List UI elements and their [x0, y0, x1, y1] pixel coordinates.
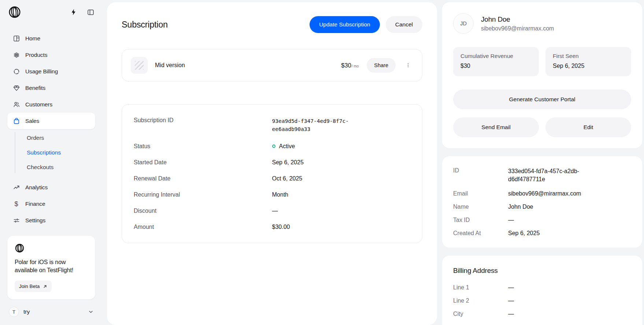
- billing-address-card: Billing Address Line 1 — Line 2 — City —: [442, 256, 642, 325]
- customer-details-card: ID 333ed054-fd7a-457c-a2db-d6df4787711e …: [442, 156, 642, 248]
- join-beta-button[interactable]: Join Beta: [15, 281, 52, 292]
- sidebar-item-label: Benefits: [25, 85, 45, 91]
- billing-row: City —: [453, 311, 631, 317]
- sales-subnav: Orders Subscriptions Checkouts: [7, 131, 95, 175]
- stat-tile-cumulative-revenue: Cumulative Revenue $30: [453, 47, 539, 76]
- sidebar-item-label: Customers: [25, 101, 52, 108]
- status-value: Active: [279, 143, 295, 150]
- events-lightning-button[interactable]: [69, 8, 78, 17]
- detail-row: Renewal Date Oct 6, 2025: [134, 175, 410, 182]
- subscription-id-value: 93ea9d5d-f347-4ed9-8f7c-ee6aadb90a33: [272, 117, 350, 134]
- home-icon: [12, 34, 20, 42]
- detail-row: Amount $30.00: [134, 224, 410, 230]
- billing-row: Line 2 —: [453, 297, 631, 304]
- sidebar-item-subscriptions[interactable]: Subscriptions: [7, 145, 95, 160]
- sidebar-item-customers[interactable]: Customers: [7, 96, 95, 113]
- subscription-main-panel: Subscription Update Subscription Cancel …: [107, 2, 437, 325]
- products-icon: [12, 51, 20, 59]
- sidebar-item-label: Products: [25, 52, 47, 58]
- main-header: Subscription Update Subscription Cancel: [122, 16, 422, 33]
- customer-detail-row: Email sibebov969@mirarmax.com: [453, 190, 631, 197]
- customer-stats: Cumulative Revenue $30 First Seen Sep 6,…: [453, 47, 631, 76]
- sidebar-item-analytics[interactable]: Analytics: [7, 179, 95, 196]
- org-avatar: T: [9, 307, 19, 317]
- edit-button[interactable]: Edit: [545, 117, 631, 137]
- detail-row: Discount —: [134, 208, 410, 214]
- subnav-indent-line: [15, 132, 15, 173]
- customer-email: sibebov969@mirarmax.com: [481, 25, 554, 32]
- sidebar-item-finance[interactable]: $ Finance: [7, 196, 95, 212]
- detail-row: Started Date Sep 6, 2025: [134, 159, 410, 166]
- sidebar-header: [7, 5, 95, 19]
- detail-row: Recurring Interval Month: [134, 191, 410, 198]
- settings-sliders-icon: [12, 216, 20, 224]
- billing-address-title: Billing Address: [453, 267, 631, 275]
- sidebar-item-products[interactable]: Products: [7, 47, 95, 63]
- usage-billing-icon: [12, 67, 20, 75]
- send-email-button[interactable]: Send Email: [453, 117, 539, 137]
- polar-logo-small: [15, 243, 88, 253]
- customer-id-value: 333ed054-fd7a-457c-a2db-d6df4787711e: [508, 167, 582, 184]
- kebab-menu-button[interactable]: [405, 62, 411, 68]
- sidebar-item-label: Finance: [25, 201, 45, 207]
- detail-row: Status Active: [134, 143, 410, 150]
- status-active-icon: [272, 145, 275, 148]
- customer-detail-row: ID 333ed054-fd7a-457c-a2db-d6df4787711e: [453, 167, 631, 184]
- subscription-details-card: Subscription ID 93ea9d5d-f347-4ed9-8f7c-…: [122, 104, 422, 243]
- product-thumbnail: [131, 57, 148, 74]
- org-switcher[interactable]: T try: [7, 307, 95, 317]
- sidebar-item-label: Settings: [25, 217, 45, 224]
- customer-detail-row: Name John Doe: [453, 204, 631, 210]
- sidebar-item-settings[interactable]: Settings: [7, 212, 95, 229]
- product-name: Mid version: [155, 62, 185, 69]
- sidebar-item-label: Analytics: [25, 184, 48, 191]
- sidebar-toggle-button[interactable]: [86, 8, 95, 17]
- benefits-icon: [12, 84, 20, 92]
- price-interval: / mo: [352, 64, 359, 68]
- analytics-icon: [12, 183, 20, 191]
- customer-avatar: JD: [453, 13, 474, 34]
- page-title: Subscription: [122, 20, 168, 30]
- sidebar-item-sales[interactable]: Sales: [7, 113, 95, 129]
- billing-row: Line 1 —: [453, 284, 631, 291]
- sales-bag-icon: [12, 117, 20, 125]
- chevron-down-icon: [88, 309, 94, 315]
- promo-text: Polar for iOS is now available on TestFl…: [15, 258, 88, 275]
- finance-dollar-icon: $: [12, 200, 20, 208]
- customer-header: JD John Doe sibebov969@mirarmax.com: [453, 13, 631, 34]
- sidebar: Home Products Usage Bill: [0, 0, 107, 325]
- customer-card: JD John Doe sibebov969@mirarmax.com Cumu…: [442, 2, 642, 148]
- stat-tile-first-seen: First Seen Sep 6, 2025: [545, 47, 631, 76]
- customer-sidebar: JD John Doe sibebov969@mirarmax.com Cumu…: [442, 2, 642, 325]
- app-window: Home Products Usage Bill: [0, 0, 644, 325]
- share-button[interactable]: Share: [367, 58, 396, 73]
- arrow-up-right-icon: [43, 284, 47, 289]
- customer-name: John Doe: [481, 15, 554, 23]
- polar-logo[interactable]: [8, 6, 21, 19]
- product-row[interactable]: Mid version $30/ mo Share: [122, 49, 422, 81]
- promo-card: Polar for iOS is now available on TestFl…: [7, 236, 95, 299]
- update-subscription-button[interactable]: Update Subscription: [310, 16, 380, 33]
- placeholder-stripes-icon: [135, 61, 144, 70]
- sidebar-item-usage-billing[interactable]: Usage Billing: [7, 63, 95, 80]
- product-price: $30/ mo: [341, 62, 359, 69]
- sidebar-item-benefits[interactable]: Benefits: [7, 80, 95, 96]
- customer-detail-row: Created At Sep 6, 2025: [453, 230, 631, 237]
- customers-icon: [12, 101, 20, 108]
- sidebar-item-checkouts[interactable]: Checkouts: [7, 160, 95, 175]
- sidebar-item-label: Usage Billing: [25, 68, 58, 75]
- customer-detail-row: Tax ID —: [453, 217, 631, 223]
- sidebar-item-home[interactable]: Home: [7, 30, 95, 47]
- sidebar-item-label: Sales: [25, 118, 39, 124]
- sidebar-nav: Home Products Usage Bill: [7, 30, 95, 229]
- generate-customer-portal-button[interactable]: Generate Customer Portal: [453, 90, 631, 109]
- org-name: try: [23, 308, 30, 315]
- detail-row: Subscription ID 93ea9d5d-f347-4ed9-8f7c-…: [134, 117, 410, 134]
- sidebar-item-label: Home: [25, 35, 40, 42]
- cancel-button[interactable]: Cancel: [386, 16, 422, 33]
- sidebar-item-orders[interactable]: Orders: [7, 131, 95, 145]
